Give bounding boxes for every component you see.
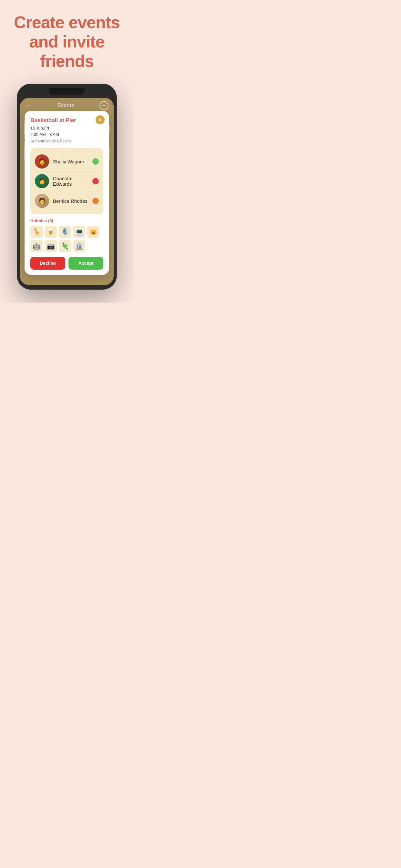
decline-button[interactable]: Decline [30, 257, 65, 270]
status-dot-bernice [92, 197, 99, 204]
attendee-name-charlotte: Charlotte Edwards [53, 176, 92, 187]
hobbies-grid: 🦒🍺🎙️💻🐱🤖📷🦎🏛️ [30, 226, 103, 252]
attendees-panel: 🧑 Shelly Wagner 🧑 Charlotte Edwards 🧑 [30, 148, 103, 214]
avatar-bernice: 🧑 [35, 194, 49, 208]
hobby-badge: 🦎 [59, 240, 71, 252]
phone-notch [49, 88, 85, 95]
hobbies-label: Hobbies (9) [30, 218, 103, 223]
phone-screen: ← Events + P 1 A... E 1 A... G... × Bask… [20, 98, 114, 285]
hobby-badge: 🐱 [87, 226, 99, 238]
avatar-shelly: 🧑 [35, 154, 49, 168]
attendee-row: 🧑 Bernice Rhodes [35, 191, 99, 211]
accept-button[interactable]: Accept [68, 257, 103, 270]
attendee-row: 🧑 Shelly Wagner [35, 152, 99, 171]
status-dot-shelly [92, 158, 99, 165]
attendee-name-shelly: Shelly Wagner [53, 159, 92, 164]
event-date: 15 Jun,Fri 2:00 AM - 3 AM [30, 125, 103, 137]
event-detail-modal: × Basketball at Pier 15 Jun,Fri 2:00 AM … [25, 111, 109, 275]
hero-title: Create events and invite friends [6, 13, 127, 71]
event-title: Basketball at Pier [30, 117, 103, 124]
status-dot-charlotte [92, 178, 99, 184]
hobby-badge: 💻 [73, 226, 85, 238]
avatar-charlotte: 🧑 [35, 174, 49, 188]
hobby-badge: 🎙️ [59, 226, 71, 238]
event-location: At Santa Monica Beach [30, 139, 103, 144]
attendee-row: 🧑 Charlotte Edwards [35, 171, 99, 191]
hobby-badge: 📷 [44, 240, 57, 252]
hobby-badge: 🦒 [30, 226, 42, 238]
hobby-badge: 🏛️ [73, 240, 85, 252]
phone-frame: ← Events + P 1 A... E 1 A... G... × Bask… [17, 84, 117, 290]
hobby-badge: 🤖 [30, 240, 42, 252]
attendee-name-bernice: Bernice Rhodes [53, 198, 92, 204]
hobby-badge: 🍺 [44, 226, 57, 238]
action-buttons: Decline Accept [30, 257, 103, 270]
